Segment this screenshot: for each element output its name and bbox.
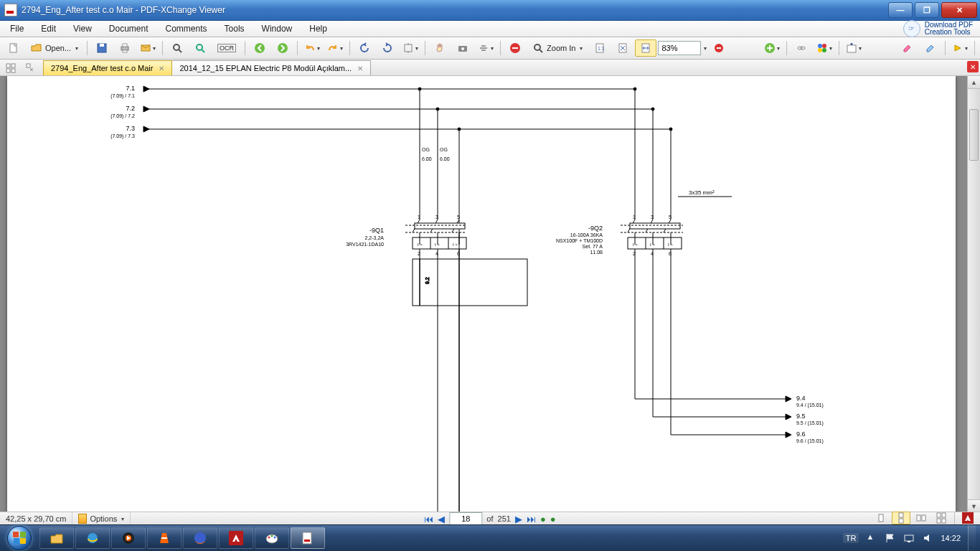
tray-volume-icon[interactable] — [922, 532, 933, 544]
options-button[interactable]: Options ▾ — [72, 512, 131, 525]
find-icon[interactable] — [166, 39, 188, 57]
taskbar-vlc[interactable] — [147, 527, 182, 549]
zoom-tool-button[interactable]: Zoom In ▾ — [527, 39, 588, 57]
maximize-button[interactable]: ❐ — [915, 2, 939, 18]
taskbar-ie[interactable] — [75, 527, 110, 549]
taskbar-acrobat[interactable] — [219, 527, 253, 549]
first-page-button[interactable]: ⏮ — [424, 514, 433, 524]
layout-facing-continuous-icon[interactable] — [932, 512, 951, 524]
next-page-button[interactable]: ▶ — [515, 514, 522, 524]
thumbnails-pane-icon[interactable] — [1, 61, 20, 75]
layout-facing-icon[interactable] — [912, 512, 930, 524]
scroll-track[interactable] — [968, 89, 980, 499]
back-button[interactable] — [249, 39, 270, 57]
pdf-page[interactable]: 3x35 mm² OG OG 6.00 6.00 — [7, 76, 956, 512]
language-indicator[interactable]: TR — [843, 533, 859, 543]
last-page-button[interactable]: ⏭ — [527, 514, 536, 524]
svg-point-9 — [197, 44, 202, 50]
nav-back-button[interactable]: ● — [540, 514, 546, 524]
menu-edit[interactable]: Edit — [34, 22, 63, 35]
taskbar-explorer[interactable] — [39, 527, 74, 549]
new-blank-icon[interactable] — [3, 39, 24, 57]
nav-forward-button[interactable]: ● — [550, 514, 556, 524]
tray-show-hidden-icon[interactable]: ▲ — [866, 532, 877, 544]
zoom-value-input[interactable]: 83% — [658, 41, 701, 55]
zoom-in-button[interactable]: ▾ — [761, 39, 783, 57]
taskbar-pdfxchange[interactable] — [291, 527, 325, 549]
hand-tool-icon[interactable] — [429, 39, 451, 57]
rotate-ccw-icon[interactable] — [354, 39, 375, 57]
fit-page-icon[interactable] — [612, 39, 633, 57]
actual-size-icon[interactable]: 1:1 — [589, 39, 611, 57]
taskbar-firefox[interactable] — [183, 527, 217, 549]
tab-active-document[interactable]: 2794_Eng_After test c.o Mair✕ — [43, 60, 172, 75]
menu-comments[interactable]: Comments — [159, 22, 215, 35]
start-button[interactable] — [0, 525, 39, 551]
tray-network-icon[interactable] — [903, 532, 915, 544]
bookmarks-pane-icon[interactable] — [22, 61, 40, 75]
menu-file[interactable]: File — [3, 22, 31, 35]
fit-width-icon[interactable] — [635, 39, 656, 57]
windows-taskbar: TR ▲ 14:22 — [0, 524, 980, 551]
ocr-button[interactable]: OCR — [212, 39, 241, 57]
tray-flag-icon[interactable] — [885, 532, 896, 544]
menu-help[interactable]: Help — [302, 22, 334, 35]
scroll-thumb[interactable] — [969, 109, 979, 161]
comment-style-icon[interactable]: ▾ — [949, 39, 971, 57]
print-icon[interactable] — [114, 39, 136, 57]
zoom-out-small-button[interactable] — [708, 39, 730, 57]
launch-tool-icon[interactable]: ▾ — [843, 39, 864, 57]
select-tool-icon[interactable]: ▾ — [475, 39, 496, 57]
close-tab-icon[interactable]: ✕ — [357, 65, 363, 72]
rotate-view-icon[interactable]: ▾ — [400, 39, 421, 57]
translate-tool-icon[interactable]: ▾ — [814, 39, 835, 57]
svg-rect-5 — [123, 50, 127, 52]
svg-rect-40 — [27, 64, 30, 67]
menu-view[interactable]: View — [66, 22, 99, 35]
forward-button[interactable] — [272, 39, 293, 57]
open-button[interactable]: Open... ▾ — [26, 39, 83, 57]
menu-document[interactable]: Document — [102, 22, 156, 35]
scroll-down-button[interactable]: ▼ — [968, 499, 980, 512]
svg-text:Set. 77 A: Set. 77 A — [583, 244, 603, 249]
close-tab-icon[interactable]: ✕ — [159, 65, 164, 72]
strikeout-tool-icon[interactable] — [920, 39, 941, 57]
svg-text:I >: I > — [650, 242, 655, 247]
search-icon[interactable] — [189, 39, 211, 57]
minimize-button[interactable]: — — [888, 2, 913, 18]
close-button[interactable]: ✕ — [941, 2, 977, 18]
link-tool-icon[interactable] — [791, 39, 812, 57]
close-all-tabs-button[interactable]: ✕ — [967, 61, 979, 72]
tab-inactive-document[interactable]: 2014_12_15 EPLAN Electric P8 Modül Açıkl… — [171, 60, 371, 75]
svg-text:I >: I > — [435, 242, 440, 247]
tray-clock[interactable]: 14:22 — [941, 534, 961, 542]
svg-text:9.6: 9.6 — [796, 430, 806, 438]
menu-window[interactable]: Window — [255, 22, 300, 35]
vertical-scrollbar[interactable]: ▲ ▼ — [967, 76, 980, 512]
prev-page-button[interactable]: ◀ — [438, 514, 445, 524]
svg-rect-120 — [413, 259, 527, 306]
layout-single-icon[interactable] — [872, 512, 890, 524]
scroll-up-button[interactable]: ▲ — [968, 76, 980, 89]
taskbar-paint[interactable] — [255, 527, 289, 549]
taskbar-mediaplayer[interactable] — [111, 527, 146, 549]
layout-continuous-icon[interactable] — [892, 512, 910, 524]
rotate-cw-icon[interactable] — [377, 39, 398, 57]
adobe-icon[interactable] — [958, 512, 977, 524]
undo-icon[interactable]: ▾ — [301, 39, 323, 57]
of-label: of — [486, 514, 493, 523]
highlight-tool-icon[interactable] — [897, 39, 918, 57]
email-icon[interactable]: ▾ — [137, 39, 159, 57]
redo-icon[interactable]: ▾ — [324, 39, 346, 57]
show-desktop-button[interactable] — [968, 525, 976, 551]
zoom-dropdown-icon[interactable]: ▾ — [704, 45, 707, 52]
menu-tools[interactable]: Tools — [217, 22, 252, 35]
zoom-out-button[interactable] — [504, 39, 526, 57]
current-page-input[interactable] — [449, 512, 482, 525]
snapshot-tool-icon[interactable] — [452, 39, 473, 57]
promo-download-pdf-tools[interactable]: ☞ Download PDF Creation Tools — [903, 20, 977, 37]
svg-rect-0 — [10, 44, 17, 52]
svg-rect-150 — [942, 513, 946, 517]
svg-rect-146 — [899, 519, 903, 523]
save-icon[interactable] — [91, 39, 113, 57]
